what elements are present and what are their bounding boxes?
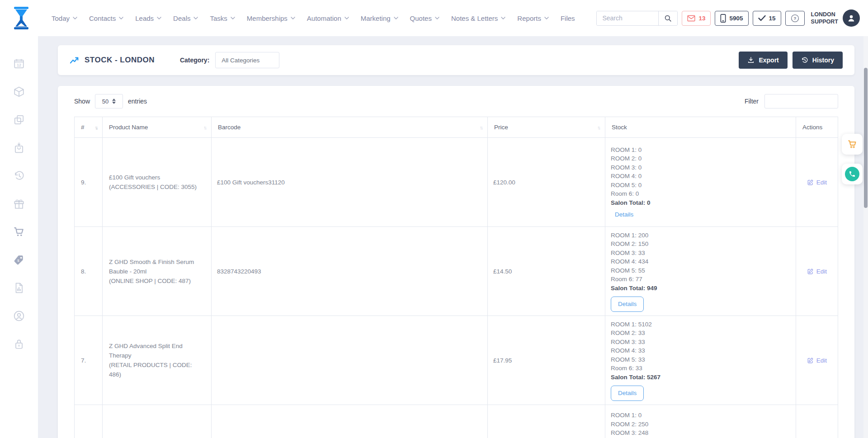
cart-icon — [847, 139, 858, 150]
product-name: Z GHD Smooth & Finish Serum Bauble - 20m… — [109, 257, 204, 276]
gift-icon[interactable] — [13, 198, 25, 210]
header-actions: Actions — [796, 117, 838, 137]
header-price-label: Price — [494, 124, 508, 131]
details-button[interactable]: Details — [611, 297, 644, 312]
phone-icon — [849, 170, 856, 178]
product-name-cell: Z GHD Smooth & Finish Serum Bauble - 20m… — [103, 227, 212, 316]
sidebar: 12 $ — [0, 36, 38, 438]
product-meta: (RETAIL PRODUCTS | CODE: 486) — [109, 360, 204, 379]
salon-total: Salon Total: 949 — [611, 284, 657, 293]
header-product-name[interactable]: Product Name↑↓ — [103, 117, 212, 137]
avatar[interactable] — [843, 9, 860, 27]
nav-tasks-label: Tasks — [210, 14, 227, 22]
details-link[interactable]: Details — [611, 210, 633, 219]
nav-tasks[interactable]: Tasks — [210, 14, 235, 22]
nav-deals[interactable]: Deals — [173, 14, 198, 22]
calendar-icon[interactable]: 12 — [13, 58, 25, 70]
sort-icon: ↑↓ — [597, 125, 601, 130]
search-input[interactable] — [597, 11, 658, 25]
edit-link[interactable]: Edit — [807, 357, 827, 364]
nav-memberships[interactable]: Memberships — [247, 14, 295, 22]
edit-label: Edit — [816, 357, 827, 364]
table-row: 8. Z GHD Smooth & Finish Serum Bauble - … — [75, 227, 838, 316]
floating-phone-button[interactable] — [842, 164, 863, 184]
nav-leads[interactable]: Leads — [135, 14, 161, 22]
barcode-cell: 8328743220493 — [212, 227, 488, 316]
user-menu[interactable]: LONDON SUPPORT — [811, 9, 860, 27]
stock-line: Room 6: 0 — [611, 189, 639, 198]
stock-line: ROOM 2: 0 — [611, 154, 642, 163]
nav-reports[interactable]: Reports — [517, 14, 549, 22]
help-button[interactable]: ? — [785, 11, 805, 26]
header-price[interactable]: Price↑↓ — [488, 117, 605, 137]
price-cell — [488, 405, 605, 438]
stock-line: ROOM 3: 0 — [611, 163, 642, 172]
details-button[interactable]: Details — [611, 386, 644, 401]
svg-text:?: ? — [793, 16, 796, 21]
edit-link[interactable]: Edit — [807, 268, 827, 275]
report-document-icon[interactable] — [13, 282, 25, 294]
nav-marketing-label: Marketing — [361, 14, 391, 22]
price-tag-icon[interactable]: $ — [13, 254, 25, 266]
user-name-line2: SUPPORT — [811, 18, 838, 25]
nav-quotes[interactable]: Quotes — [410, 14, 439, 22]
nav-notes-letters[interactable]: Notes & Letters — [451, 14, 505, 22]
export-button[interactable]: Export — [739, 52, 787, 69]
package-icon[interactable] — [13, 86, 25, 98]
page-title-wrap: STOCK - LONDON — [70, 56, 155, 65]
page-size-select[interactable]: 50 — [95, 94, 123, 108]
nav-files[interactable]: Files — [561, 14, 575, 22]
filter-label: Filter — [745, 98, 759, 105]
actions-cell: Edit — [796, 316, 838, 405]
nav-marketing[interactable]: Marketing — [361, 14, 398, 22]
chevron-down-icon — [394, 17, 398, 19]
app-logo-icon[interactable] — [11, 6, 32, 30]
stock-line: ROOM 1: 5102 — [611, 320, 652, 329]
header-actions-label: Actions — [802, 124, 822, 131]
category-selected-value: All Categories — [222, 57, 259, 64]
edit-icon — [807, 268, 814, 275]
category-label: Category: — [180, 57, 209, 64]
cart-icon[interactable] — [13, 226, 25, 238]
user-circle-icon[interactable] — [13, 310, 25, 322]
history-button[interactable]: History — [793, 52, 843, 69]
stock-table: #↑↓ Product Name↑↓ Barcode↑↓ Price↑↓ Sto… — [74, 117, 838, 438]
stock-line: ROOM 5: 55 — [611, 266, 645, 275]
salon-total: Salon Total: 0 — [611, 198, 651, 207]
mail-notifications-badge[interactable]: 13 — [682, 11, 711, 26]
lock-icon[interactable] — [13, 338, 25, 350]
stock-cell: ROOM 1: 0 ROOM 2: 250 ROOM 3: 248 ROOM 4… — [605, 405, 796, 438]
category-select[interactable]: All Categories — [215, 52, 279, 68]
sort-icon: ↑↓ — [94, 125, 98, 130]
stock-line: ROOM 1: 0 — [611, 411, 642, 420]
header-stock-label: Stock — [612, 124, 627, 131]
product-name: £100 Gift vouchers — [109, 173, 160, 182]
nav-contacts[interactable]: Contacts — [89, 14, 123, 22]
nav-today[interactable]: Today — [52, 14, 77, 22]
phone-notifications-badge[interactable]: 5905 — [715, 11, 748, 26]
search-button[interactable] — [658, 11, 677, 25]
show-label: Show — [74, 98, 90, 105]
floating-cart-button[interactable] — [842, 134, 863, 155]
page-size-value: 50 — [102, 98, 108, 105]
history-icon[interactable] — [13, 170, 25, 182]
edit-link[interactable]: Edit — [807, 179, 827, 186]
edit-icon — [807, 357, 814, 364]
stock-chart-icon — [70, 56, 80, 64]
nav-automation[interactable]: Automation — [307, 14, 349, 22]
user-name-line1: LONDON — [811, 11, 838, 18]
filter-input[interactable] — [764, 94, 838, 108]
scrollbar-thumb[interactable] — [864, 68, 868, 208]
header-barcode[interactable]: Barcode↑↓ — [212, 117, 488, 137]
table-header-row: #↑↓ Product Name↑↓ Barcode↑↓ Price↑↓ Sto… — [75, 117, 838, 138]
export-label: Export — [759, 57, 778, 64]
header-stock: Stock — [605, 117, 796, 137]
header-num[interactable]: #↑↓ — [75, 117, 103, 137]
bag-download-icon[interactable] — [13, 142, 25, 154]
copy-icon[interactable] — [13, 114, 25, 126]
entries-label: entries — [128, 98, 147, 105]
tasks-done-badge[interactable]: 15 — [753, 11, 781, 26]
search-group — [596, 11, 678, 26]
header-num-label: # — [81, 124, 85, 131]
search-icon — [664, 14, 672, 23]
